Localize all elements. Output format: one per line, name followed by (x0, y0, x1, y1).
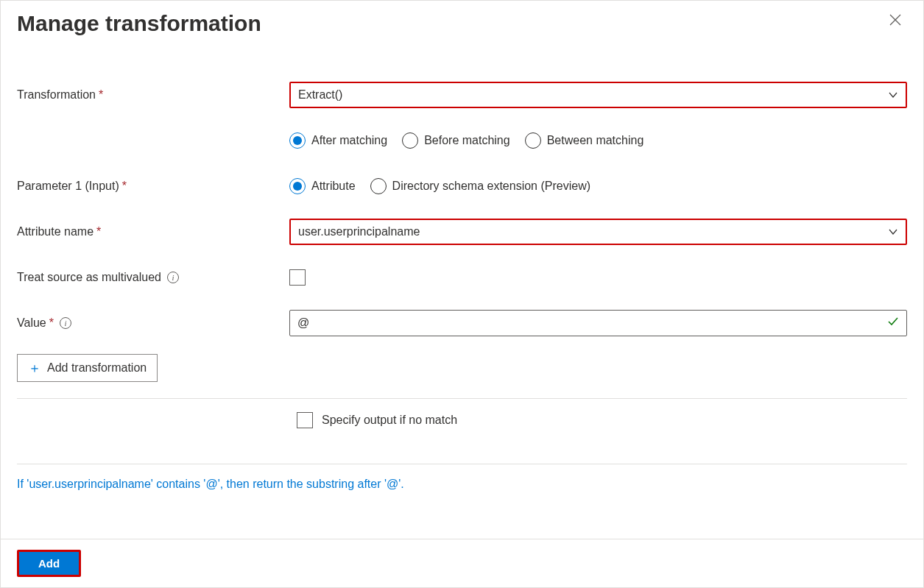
transformation-control: Extract() (289, 82, 907, 108)
panel-header: Manage transformation (17, 1, 907, 51)
transformation-label-text: Transformation (17, 88, 96, 102)
radio-before-matching[interactable]: Before matching (402, 132, 510, 149)
attribute-name-dropdown[interactable]: user.userprincipalname (289, 219, 907, 245)
close-button[interactable] (884, 8, 907, 32)
multivalued-row: Treat source as multivalued i (17, 263, 907, 292)
multivalued-label-text: Treat source as multivalued (17, 271, 161, 284)
divider (17, 398, 907, 399)
radio-attribute[interactable]: Attribute (289, 178, 356, 194)
plus-icon: ＋ (28, 359, 41, 377)
attribute-name-row: Attribute name * user.userprincipalname (17, 217, 907, 247)
specify-output-row: Specify output if no match (17, 412, 907, 450)
add-button-highlight: Add (17, 550, 81, 577)
value-label: Value * i (17, 316, 289, 330)
radio-attribute-label: Attribute (311, 180, 356, 193)
radio-between-label: Between matching (547, 134, 644, 147)
divider (17, 464, 907, 464)
radio-before-label: Before matching (424, 134, 510, 147)
param1-control: Attribute Directory schema extension (Pr… (289, 178, 907, 194)
value-input-text: @ (297, 316, 309, 330)
radio-circle-icon (289, 132, 306, 149)
radio-after-matching[interactable]: After matching (289, 132, 387, 149)
radio-between-matching[interactable]: Between matching (525, 132, 644, 149)
radio-circle-icon (525, 132, 541, 149)
radio-circle-icon (370, 178, 387, 194)
radio-circle-icon (289, 178, 306, 194)
param1-radio-group: Attribute Directory schema extension (Pr… (289, 178, 590, 194)
checkmark-icon (887, 316, 899, 330)
required-star: * (122, 180, 127, 193)
multivalued-control (289, 269, 907, 286)
attribute-name-label: Attribute name * (17, 225, 289, 238)
radio-directory-schema[interactable]: Directory schema extension (Preview) (370, 178, 590, 194)
value-row: Value * i @ (17, 308, 907, 338)
manage-transformation-panel: Manage transformation Transformation * E… (0, 0, 924, 588)
add-transformation-row: ＋ Add transformation (17, 354, 907, 382)
multivalued-checkbox[interactable] (289, 269, 306, 286)
value-label-text: Value (17, 316, 46, 330)
required-star: * (96, 225, 101, 238)
info-icon[interactable]: i (60, 317, 71, 329)
add-transformation-button[interactable]: ＋ Add transformation (17, 354, 158, 382)
close-icon (889, 14, 901, 26)
value-control: @ (289, 310, 907, 336)
radio-directory-label: Directory schema extension (Preview) (392, 180, 590, 193)
form-body: Transformation * Extract() After (17, 51, 907, 520)
panel-footer: Add (1, 539, 923, 587)
attribute-name-value: user.userprincipalname (298, 225, 420, 238)
matching-control: After matching Before matching Between m… (289, 132, 907, 149)
specify-output-label: Specify output if no match (322, 414, 457, 427)
radio-circle-icon (402, 132, 418, 149)
param1-row: Parameter 1 (Input) * Attribute Director… (17, 171, 907, 201)
required-star: * (49, 316, 54, 330)
matching-row: After matching Before matching Between m… (17, 126, 907, 155)
matching-radio-group: After matching Before matching Between m… (289, 132, 643, 149)
multivalued-label: Treat source as multivalued i (17, 271, 289, 284)
param1-label: Parameter 1 (Input) * (17, 180, 289, 193)
attribute-name-control: user.userprincipalname (289, 219, 907, 245)
chevron-down-icon (888, 227, 898, 237)
page-title: Manage transformation (17, 8, 261, 51)
specify-output-checkbox[interactable] (297, 412, 313, 428)
chevron-down-icon (888, 90, 898, 100)
attribute-name-label-text: Attribute name (17, 225, 94, 238)
transformation-dropdown[interactable]: Extract() (289, 82, 907, 108)
add-transformation-label: Add transformation (47, 361, 147, 375)
value-input[interactable]: @ (289, 310, 907, 336)
param1-label-text: Parameter 1 (Input) (17, 180, 119, 193)
transformation-label: Transformation * (17, 88, 289, 102)
transformation-summary: If 'user.userprincipalname' contains '@'… (17, 478, 907, 520)
required-star: * (99, 88, 103, 102)
info-icon[interactable]: i (167, 272, 179, 283)
transformation-row: Transformation * Extract() (17, 80, 907, 110)
add-button[interactable]: Add (19, 552, 79, 575)
transformation-value: Extract() (298, 88, 342, 102)
radio-after-label: After matching (311, 134, 387, 147)
